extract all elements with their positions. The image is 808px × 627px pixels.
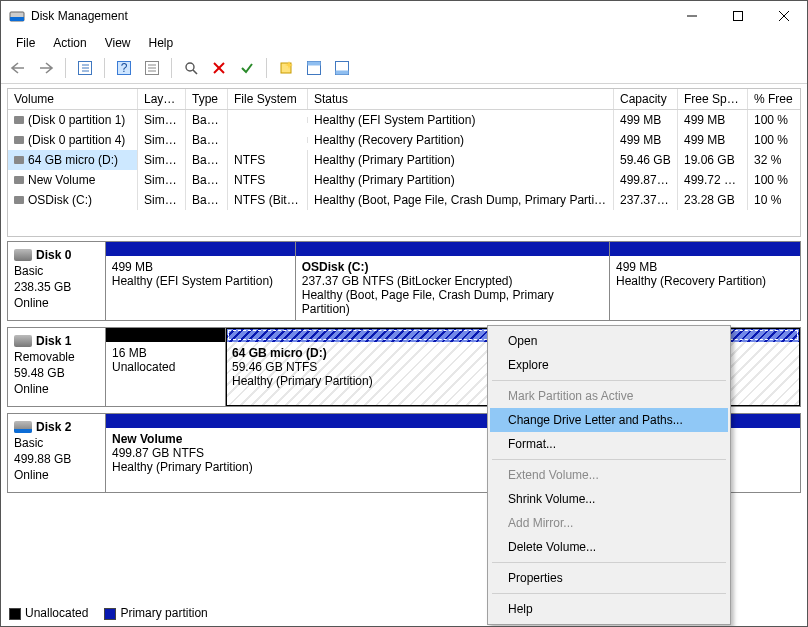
context-menu-item[interactable]: Change Drive Letter and Paths... [490,408,728,432]
context-menu-item[interactable]: Format... [490,432,728,456]
close-button[interactable] [761,1,807,31]
maximize-button[interactable] [715,1,761,31]
volume-icon [14,196,24,204]
help-icon[interactable]: ? [113,57,135,79]
context-menu-item[interactable]: Properties [490,566,728,590]
legend-primary-label: Primary partition [120,606,207,620]
volume-cell: 32 % [748,150,800,170]
volume-cell: Simple [138,150,186,170]
partition-body: 16 MBUnallocated [106,342,225,406]
col-freespace[interactable]: Free Space [678,89,748,109]
new-icon[interactable] [275,57,297,79]
context-menu-item[interactable]: Open [490,329,728,353]
volume-cell: Healthy (Primary Partition) [308,170,614,190]
context-menu: OpenExploreMark Partition as ActiveChang… [487,325,731,625]
volume-row[interactable]: (Disk 0 partition 1)SimpleBasicHealthy (… [8,110,800,130]
volume-cell [228,117,308,123]
col-pctfree[interactable]: % Free [748,89,800,109]
titlebar: Disk Management [1,1,807,31]
forward-button[interactable] [35,57,57,79]
settings-bottom-icon[interactable] [331,57,353,79]
disk-label-panel[interactable]: Disk 1Removable59.48 GBOnline [8,328,106,406]
volume-cell: OSDisk (C:) [8,190,138,210]
volume-row[interactable]: OSDisk (C:)SimpleBasicNTFS (BitLo...Heal… [8,190,800,210]
volume-row[interactable]: (Disk 0 partition 4)SimpleBasicHealthy (… [8,130,800,150]
partition[interactable]: OSDisk (C:)237.37 GB NTFS (BitLocker Enc… [296,242,610,320]
partition-size: 16 MB [112,346,219,360]
settings-top-icon[interactable] [303,57,325,79]
volume-name: OSDisk (C:) [28,193,92,207]
context-menu-separator [492,593,726,594]
partition-status: Healthy (EFI System Partition) [112,274,289,288]
delete-icon[interactable] [208,57,230,79]
volume-cell: 64 GB micro (D:) [8,150,138,170]
col-filesystem[interactable]: File System [228,89,308,109]
swatch-primary [104,608,116,620]
volume-cell: 100 % [748,170,800,190]
disk-name: Disk 1 [36,334,71,348]
partition-status: Healthy (Recovery Partition) [616,274,794,288]
volume-cell: NTFS [228,150,308,170]
volume-row[interactable]: 64 GB micro (D:)SimpleBasicNTFSHealthy (… [8,150,800,170]
disk-status: Online [14,296,99,310]
context-menu-separator [492,380,726,381]
partition[interactable]: 16 MBUnallocated [106,328,226,406]
minimize-button[interactable] [669,1,715,31]
svg-text:?: ? [121,61,128,75]
partition[interactable]: 499 MBHealthy (Recovery Partition) [610,242,800,320]
volume-name: (Disk 0 partition 4) [28,133,125,147]
disk-size: 238.35 GB [14,280,99,294]
explore-icon[interactable] [180,57,202,79]
volume-cell: 499.72 GB [678,170,748,190]
context-menu-item[interactable]: Explore [490,353,728,377]
menu-action[interactable]: Action [44,33,95,53]
disk-label-panel[interactable]: Disk 0Basic238.35 GBOnline [8,242,106,320]
toolbar: ? [1,55,807,84]
col-capacity[interactable]: Capacity [614,89,678,109]
volume-cell: Simple [138,130,186,150]
partition-size: 499 MB [616,260,794,274]
context-menu-item: Mark Partition as Active [490,384,728,408]
partition-body: 499 MBHealthy (EFI System Partition) [106,256,295,320]
volume-cell: NTFS [228,170,308,190]
partition-color-bar [106,328,225,342]
volume-cell: (Disk 0 partition 1) [8,110,138,130]
svg-rect-3 [734,12,743,21]
volume-row[interactable]: New VolumeSimpleBasicNTFSHealthy (Primar… [8,170,800,190]
disk-icon [14,335,32,347]
context-menu-item[interactable]: Delete Volume... [490,535,728,559]
legend-unallocated-label: Unallocated [25,606,88,620]
partition-color-bar [106,242,295,256]
context-menu-item[interactable]: Help [490,597,728,621]
col-volume[interactable]: Volume [8,89,138,109]
volume-name: New Volume [28,173,95,187]
show-hide-console-tree-icon[interactable] [74,57,96,79]
disk-size: 499.88 GB [14,452,99,466]
action-list-icon[interactable] [141,57,163,79]
svg-line-17 [193,70,197,74]
partition-size: 237.37 GB NTFS (BitLocker Encrypted) [302,274,603,288]
col-type[interactable]: Type [186,89,228,109]
volume-cell: NTFS (BitLo... [228,190,308,210]
window-controls [669,1,807,31]
volume-cell: Basic [186,150,228,170]
volume-list-header: Volume Layout Type File System Status Ca… [8,89,800,110]
volume-list-body: (Disk 0 partition 1)SimpleBasicHealthy (… [8,110,800,236]
checkmark-icon[interactable] [236,57,258,79]
partition-size: 499 MB [112,260,289,274]
volume-cell: 100 % [748,130,800,150]
menu-view[interactable]: View [96,33,140,53]
volume-name: (Disk 0 partition 1) [28,113,125,127]
volume-cell: 499 MB [614,130,678,150]
window-title: Disk Management [31,9,669,23]
col-layout[interactable]: Layout [138,89,186,109]
back-button[interactable] [7,57,29,79]
partition[interactable]: 499 MBHealthy (EFI System Partition) [106,242,296,320]
menu-file[interactable]: File [7,33,44,53]
partition-color-bar [296,242,609,256]
menu-help[interactable]: Help [140,33,183,53]
disk-label-panel[interactable]: Disk 2Basic499.88 GBOnline [8,414,106,492]
context-menu-item[interactable]: Shrink Volume... [490,487,728,511]
col-status[interactable]: Status [308,89,614,109]
disk-status: Online [14,468,99,482]
